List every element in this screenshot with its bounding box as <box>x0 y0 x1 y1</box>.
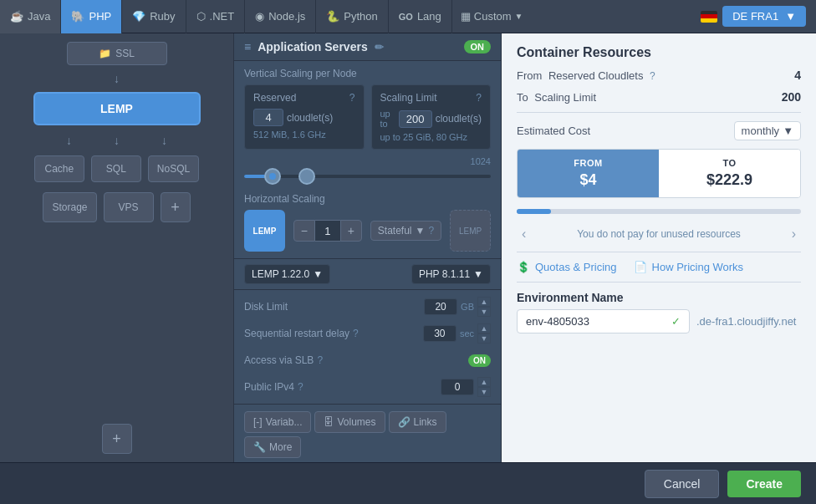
sql-button[interactable]: SQL <box>91 155 141 182</box>
how-pricing-link[interactable]: 📄 How Pricing Works <box>634 261 744 273</box>
disk-limit-down-button[interactable]: ▼ <box>477 307 491 317</box>
restart-delay-row: Sequential restart delay ? sec ▲ ▼ <box>244 322 491 345</box>
node-count-value: 1 <box>315 220 340 242</box>
lang-icon: GO <box>399 12 413 22</box>
ipv4-text: Public IPv4 <box>244 381 294 393</box>
lemp-main-button[interactable]: LEMP <box>33 92 201 125</box>
ssl-button[interactable]: 📁 SSL <box>67 42 167 65</box>
reserved-info-icon[interactable]: ? <box>349 92 355 104</box>
add-service-button[interactable]: + <box>161 192 191 222</box>
restart-delay-up-button[interactable]: ▲ <box>477 323 491 333</box>
to-value: 200 <box>782 90 801 104</box>
links-button[interactable]: 🔗 Links <box>389 411 446 433</box>
panel-title: ≡ Application Servers ✏ <box>244 40 384 53</box>
ipv4-up-button[interactable]: ▲ <box>477 377 491 387</box>
pricing-label: How Pricing Works <box>652 261 744 273</box>
left-panel: 📁 SSL ↓ LEMP ↓ ↓ ↓ Cache SQL NoS <box>0 33 234 462</box>
scaling-limit-sub: up to 25 GiB, 80 GHz <box>380 132 482 142</box>
arrow-right: ↓ <box>161 134 167 147</box>
stateful-button[interactable]: Stateful ▼ ? <box>370 221 441 241</box>
node-decrease-button[interactable]: − <box>293 220 315 242</box>
restart-delay-label: Sequential restart delay ? <box>244 328 359 339</box>
slb-info-icon[interactable]: ? <box>317 354 323 366</box>
storage-button[interactable]: Storage <box>43 192 96 222</box>
from-label: From Reserved Cloudlets ? <box>517 69 655 82</box>
tab-custom[interactable]: ▦ Custom ▼ <box>452 0 532 33</box>
disk-limit-input[interactable] <box>424 298 457 315</box>
price-to-box: TO $222.9 <box>659 150 800 197</box>
nav-right-arrow[interactable]: › <box>787 225 801 243</box>
ipv4-input[interactable] <box>441 379 474 395</box>
scaling-limit-unit: cloudlet(s) <box>436 113 482 125</box>
sql-label: SQL <box>106 163 126 175</box>
stateful-info-icon[interactable]: ? <box>428 225 434 237</box>
edit-icon[interactable]: ✏ <box>375 41 384 53</box>
reserved-cloudlets-info[interactable]: ? <box>650 70 655 82</box>
quotas-pricing-link[interactable]: 💲 Quotas & Pricing <box>517 261 617 273</box>
price-to-value: $222.9 <box>671 171 788 189</box>
add-bottom-button[interactable]: + <box>102 424 132 454</box>
tab-php-label: PHP <box>89 10 111 23</box>
restart-delay-down-button[interactable]: ▼ <box>477 333 491 344</box>
variables-button[interactable]: [-] Variab... <box>244 411 311 433</box>
cancel-button[interactable]: Cancel <box>645 470 720 498</box>
nav-left-arrow[interactable]: ‹ <box>517 225 531 243</box>
vps-button[interactable]: VPS <box>104 192 154 222</box>
env-input-row: ✓ .de-fra1.cloudjiffy.net <box>517 309 801 333</box>
php-version-select[interactable]: PHP 8.1.11 ▼ <box>411 264 491 284</box>
right-panel: Container Resources From Reserved Cloudl… <box>502 33 816 462</box>
panel-toggle[interactable]: ON <box>464 40 492 53</box>
env-name-input-container: ✓ <box>517 309 690 333</box>
disk-limit-up-button[interactable]: ▲ <box>477 297 491 307</box>
region-dropdown[interactable]: DE FRA1 ▼ <box>722 6 806 27</box>
slb-label: Access via SLB ? <box>244 354 323 366</box>
scaling-per-node-label: Vertical Scaling per Node <box>244 68 491 79</box>
php-icon: 🐘 <box>71 10 84 23</box>
disk-limit-spin: ▲ ▼ <box>477 297 491 317</box>
slb-row: Access via SLB ? ON <box>244 349 491 372</box>
arrow-row: ↓ ↓ ↓ <box>66 134 167 147</box>
volumes-button[interactable]: 🗄 Volumes <box>314 411 385 433</box>
arrow-mid: ↓ <box>114 134 120 147</box>
lemp-icon-box2: LEMP <box>450 210 491 252</box>
tab-php[interactable]: 🐘 PHP <box>61 0 122 33</box>
lemp-version-select[interactable]: LEMP 1.22.0 ▼ <box>244 264 330 284</box>
tab-java[interactable]: ☕ Java <box>0 0 61 33</box>
scaling-limit-box: Scaling Limit ? up to cloudlet(s) up to … <box>371 84 492 150</box>
net-icon: ⬡ <box>196 10 206 23</box>
scaling-limit-value-row: up to cloudlet(s) <box>380 109 482 129</box>
create-button[interactable]: Create <box>727 471 801 497</box>
slb-toggle[interactable]: ON <box>468 354 491 367</box>
env-name-input[interactable] <box>526 315 666 328</box>
reserved-input[interactable] <box>253 109 283 126</box>
tab-nodejs[interactable]: ◉ Node.js <box>245 0 316 33</box>
tab-ruby[interactable]: 💎 Ruby <box>122 0 186 33</box>
more-button[interactable]: 🔧 More <box>244 436 301 458</box>
restart-delay-input-group: sec ▲ ▼ <box>423 323 491 344</box>
tab-net-label: .NET <box>210 10 235 23</box>
slider-thumb-2[interactable] <box>298 168 315 185</box>
node-increase-button[interactable]: + <box>340 220 362 242</box>
stateful-label: Stateful <box>378 225 412 237</box>
env-section: Environment Name ✓ .de-fra1.cloudjiffy.n… <box>517 291 801 333</box>
slider-thumb-1[interactable] <box>264 168 281 185</box>
nosql-button[interactable]: NoSQL <box>148 155 199 182</box>
restart-delay-unit: sec <box>460 328 474 339</box>
tab-lang[interactable]: GO Lang <box>389 0 452 33</box>
tab-python[interactable]: 🐍 Python <box>316 0 388 33</box>
tab-net[interactable]: ⬡ .NET <box>186 0 246 33</box>
divider-3 <box>517 282 801 283</box>
restart-delay-info-icon[interactable]: ? <box>353 328 359 339</box>
scaling-limit-info-icon[interactable]: ? <box>476 92 482 104</box>
links-row: 💲 Quotas & Pricing 📄 How Pricing Works <box>517 261 801 273</box>
restart-delay-input[interactable] <box>423 325 456 342</box>
scaling-limit-title: Scaling Limit ? <box>380 92 482 104</box>
ipv4-info-icon[interactable]: ? <box>298 381 303 393</box>
slider-max-label: 1024 <box>244 156 491 166</box>
ipv4-down-button[interactable]: ▼ <box>477 387 491 397</box>
scaling-limit-input[interactable] <box>399 110 432 128</box>
volumes-label: Volumes <box>337 416 375 428</box>
period-dropdown[interactable]: monthly ▼ <box>734 121 801 140</box>
cache-button[interactable]: Cache <box>34 155 84 182</box>
disk-limit-row: Disk Limit GB ▲ ▼ <box>244 295 491 318</box>
